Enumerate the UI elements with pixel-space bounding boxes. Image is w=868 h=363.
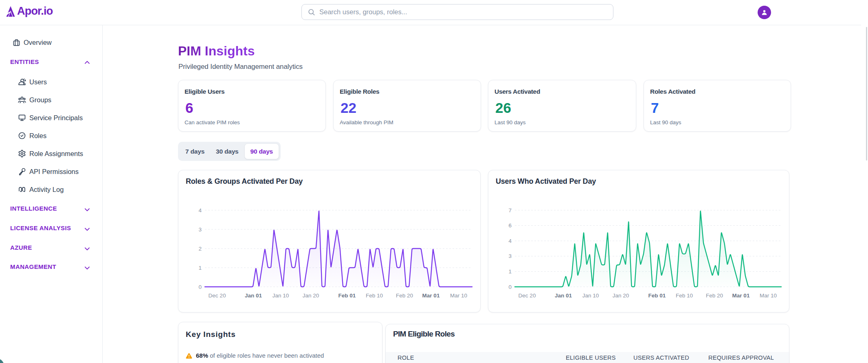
svg-text:Feb 10: Feb 10 [366, 293, 383, 299]
svg-text:Dec 20: Dec 20 [209, 293, 226, 299]
svg-text:3: 3 [508, 253, 512, 259]
svg-text:Feb 01: Feb 01 [338, 293, 356, 299]
svg-text:1: 1 [508, 268, 512, 275]
svg-text:3: 3 [198, 227, 202, 233]
svg-text:Jan 01: Jan 01 [245, 293, 262, 299]
svg-text:Mar 01: Mar 01 [732, 293, 750, 299]
svg-text:Mar 10: Mar 10 [450, 293, 467, 299]
svg-text:Feb 20: Feb 20 [706, 293, 723, 299]
svg-text:Dec 20: Dec 20 [519, 293, 536, 299]
svg-text:Feb 01: Feb 01 [648, 293, 666, 299]
svg-text:Jan 10: Jan 10 [272, 293, 289, 299]
svg-text:6: 6 [508, 222, 512, 229]
svg-text:Feb 20: Feb 20 [396, 293, 413, 299]
svg-text:Jan 20: Jan 20 [613, 293, 629, 299]
svg-text:0: 0 [198, 284, 202, 290]
svg-text:4: 4 [508, 238, 512, 244]
svg-text:1: 1 [198, 265, 202, 271]
svg-text:Jan 10: Jan 10 [582, 293, 599, 299]
svg-text:2: 2 [198, 246, 202, 252]
svg-text:0: 0 [508, 284, 512, 290]
svg-text:Jan 01: Jan 01 [555, 293, 572, 299]
svg-text:4: 4 [198, 207, 202, 213]
svg-text:7: 7 [508, 207, 512, 213]
svg-text:Feb 10: Feb 10 [676, 293, 693, 299]
svg-text:Mar 01: Mar 01 [422, 293, 440, 299]
svg-text:Mar 10: Mar 10 [760, 293, 777, 299]
svg-text:Jan 20: Jan 20 [303, 293, 319, 299]
